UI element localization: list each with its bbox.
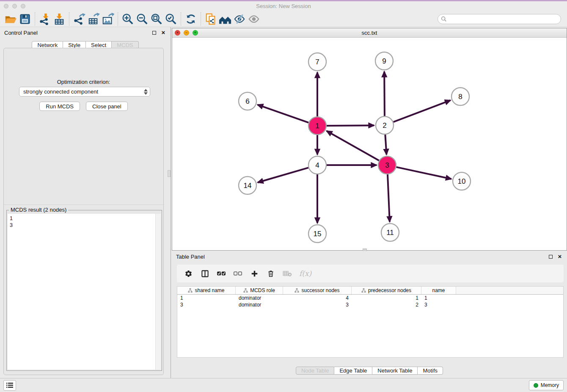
save-floppy-icon[interactable]: [18, 12, 32, 26]
table-cell[interactable]: 4: [283, 295, 352, 301]
panel-divider: [4, 204, 164, 205]
graph-node-6[interactable]: 6: [239, 92, 256, 110]
graph-node-label: 2: [383, 121, 386, 130]
table-cell[interactable]: 3: [421, 301, 456, 308]
graph-edge-1-6[interactable]: [258, 105, 309, 122]
list-icon: [6, 382, 13, 388]
table-cell[interactable]: 3: [177, 301, 236, 308]
zoom-in-icon[interactable]: [121, 12, 135, 26]
mcds-tab-content: Optimization criterion: strongly connect…: [3, 48, 164, 375]
graph-edge-3-1[interactable]: [327, 131, 379, 160]
column-header-name[interactable]: name: [421, 287, 456, 294]
graph-node-9[interactable]: 9: [375, 52, 393, 70]
table-tab-node-table[interactable]: Node Table: [296, 367, 335, 375]
table-cell[interactable]: 1: [177, 295, 236, 301]
export-image-icon[interactable]: [101, 12, 115, 26]
memory-label: Memory: [541, 382, 559, 388]
memory-status-dot: [534, 383, 538, 388]
search-input[interactable]: [438, 14, 561, 24]
table-cell[interactable]: 1: [352, 295, 421, 301]
table-tab-edge-table[interactable]: Edge Table: [334, 367, 372, 375]
gear-icon[interactable]: [184, 269, 193, 278]
table-cell[interactable]: 1: [421, 295, 456, 301]
houses-icon[interactable]: [218, 12, 232, 26]
graph-edge-3-10[interactable]: [396, 167, 451, 179]
task-history-button[interactable]: [3, 380, 16, 391]
graph-node-1[interactable]: 1: [308, 117, 326, 135]
node-table-header: shared nameMCDS rolesuccessor nodesprede…: [177, 287, 563, 295]
delete-column-icon[interactable]: [266, 269, 275, 278]
function-builder-icon: f(x): [299, 269, 311, 278]
network-view-frame: × – + scc.txt 7968124314101511: [172, 28, 567, 251]
table-tab-motifs[interactable]: Motifs: [418, 367, 443, 375]
export-network-icon[interactable]: [72, 12, 86, 26]
result-scrollbar[interactable]: [155, 214, 161, 370]
zoom-out-icon[interactable]: [135, 12, 149, 26]
column-header-successor-nodes[interactable]: successor nodes: [283, 287, 352, 294]
zoom-selected-icon[interactable]: [164, 12, 178, 26]
graph-node-label: 3: [385, 161, 389, 169]
graph-edge-4-14[interactable]: [258, 168, 308, 182]
node-table[interactable]: shared nameMCDS rolesuccessor nodesprede…: [177, 286, 564, 358]
select-all-checkboxes-icon[interactable]: [217, 269, 226, 278]
split-columns-icon[interactable]: [200, 269, 209, 278]
table-row[interactable]: 1dominator411: [177, 295, 563, 301]
graph-node-8[interactable]: 8: [451, 88, 469, 105]
optimization-criterion-select[interactable]: strongly connected component: [19, 87, 150, 97]
network-canvas[interactable]: 7968124314101511: [172, 38, 567, 250]
table-panel: Table Panel × f(x) shared nameMCDS roles…: [172, 251, 567, 378]
graph-node-3[interactable]: 3: [378, 156, 396, 174]
column-header-MCDS-role[interactable]: MCDS role: [236, 287, 283, 294]
graph-node-10[interactable]: 10: [453, 172, 471, 190]
run-mcds-button[interactable]: Run MCDS: [39, 102, 80, 111]
network-frame-titlebar[interactable]: × – + scc.txt: [172, 28, 567, 38]
window-title: Session: New Session: [0, 3, 567, 9]
dropdown-stepper-icon: [141, 87, 150, 96]
application-window: { "window": { "title": "Session: New Ses…: [0, 0, 567, 392]
graph-node-11[interactable]: 11: [381, 224, 399, 241]
shared-column-icon: [188, 288, 193, 293]
close-panel-icon[interactable]: ×: [160, 30, 166, 36]
add-column-icon[interactable]: [250, 269, 259, 278]
table-cell[interactable]: 3: [283, 301, 352, 308]
eye-slash-icon[interactable]: [232, 12, 247, 26]
graph-node-7[interactable]: 7: [308, 53, 326, 71]
graph-node-15[interactable]: 15: [308, 225, 326, 243]
table-cell[interactable]: dominator: [236, 301, 283, 308]
toolbar-separator: [118, 12, 118, 26]
graph-node-2[interactable]: 2: [376, 116, 394, 134]
toolbar-separator: [35, 12, 35, 26]
close-panel-button[interactable]: Close panel: [86, 102, 128, 111]
copy-network-doc-icon[interactable]: [204, 12, 218, 26]
import-table-icon[interactable]: [52, 12, 66, 26]
open-folder-icon[interactable]: [3, 12, 18, 26]
graph-edge-2-3[interactable]: [385, 135, 386, 155]
import-network-icon[interactable]: [38, 12, 52, 26]
panel-splitter-handle[interactable]: [168, 170, 171, 177]
graph-node-14[interactable]: 14: [239, 177, 256, 194]
mcds-result-textarea[interactable]: 1 3: [8, 214, 161, 370]
close-table-panel-icon[interactable]: ×: [557, 254, 563, 259]
graph-edge-3-11[interactable]: [388, 174, 390, 222]
table-cell[interactable]: dominator: [236, 295, 283, 301]
memory-button[interactable]: Memory: [529, 380, 564, 390]
float-table-panel-icon[interactable]: [548, 254, 553, 259]
optimization-criterion-label: Optimization criterion:: [4, 79, 163, 85]
table-cell[interactable]: 2: [352, 301, 421, 308]
deselect-all-checkboxes-icon[interactable]: [233, 269, 242, 278]
table-tab-network-table[interactable]: Network Table: [372, 367, 418, 375]
graph-edge-2-8[interactable]: [394, 100, 451, 122]
graph-node-4[interactable]: 4: [308, 156, 326, 174]
eye-gray-icon[interactable]: [247, 12, 261, 26]
zoom-fit-icon[interactable]: [149, 12, 164, 26]
column-header-predecessor-nodes[interactable]: predecessor nodes: [352, 287, 421, 294]
graph-edge-2-9[interactable]: [384, 72, 385, 116]
delete-table-icon: [283, 269, 292, 278]
refresh-icon[interactable]: [184, 12, 198, 26]
column-header-shared-name[interactable]: shared name: [177, 287, 236, 294]
graph-edge-1-2[interactable]: [327, 125, 374, 126]
network-canvas-svg: 7968124314101511: [172, 38, 567, 250]
float-panel-icon[interactable]: [151, 30, 157, 36]
export-table-icon[interactable]: [86, 12, 101, 26]
table-row[interactable]: 3dominator323: [177, 301, 563, 308]
